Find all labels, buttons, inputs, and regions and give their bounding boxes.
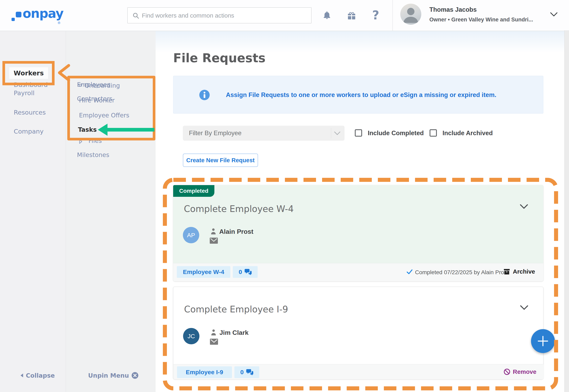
unpin-menu-label: Unpin Menu [88,372,129,379]
comment-count: 0 [239,268,242,275]
avatar: JC [183,328,199,344]
collapse-label: Collapse [26,372,55,379]
filter-placeholder: Filter By Employee [189,126,241,141]
submenu-item-milestones[interactable]: Milestones [77,149,109,161]
include-archived-checkbox[interactable] [430,129,437,137]
envelope-icon [210,339,218,345]
user-photo-placeholder [400,4,421,25]
primary-sidebar: Dashboard Workers Payroll Resources Comp… [0,31,66,392]
file-type-chip[interactable]: Employee W-4 [177,266,230,278]
plus-icon [537,335,549,347]
sidebar-item-resources[interactable]: Resources [14,106,46,118]
onboarding-annotation-box [67,76,155,140]
archive-label: Archive [513,268,535,275]
file-request-card-i9: Complete Employee I-9 JC Jim Clark Emplo… [173,287,543,379]
person-icon [210,329,217,336]
include-completed-label: Include Completed [368,129,424,137]
logo-mark-icon [16,12,21,17]
add-file-request-fab[interactable] [531,329,555,353]
workers-submenu: Employees Contractors Onboarding Hire Wo… [66,31,156,392]
chevron-down-icon[interactable] [520,204,528,209]
collapse-left-icon [20,373,23,378]
envelope-icon [210,238,218,244]
collapse-button[interactable]: Collapse [20,371,55,380]
main-content: File Requests Assign File Requests to on… [156,31,564,392]
comments-chip[interactable]: 0 [233,266,258,278]
search-icon [132,12,139,19]
remove-label: Remove [513,368,537,375]
app-header: onpay ® ? Thomas Jacobs [0,0,569,31]
main-top-gradient [156,31,564,53]
select-divider [331,128,331,138]
completion-status-text: Completed 07/22/2025 by Alain Prost [415,269,508,276]
user-role-company: Owner • Green Valley Wine and Sundri... [429,16,533,23]
chevron-down-icon[interactable] [550,12,558,16]
sidebar-item-company[interactable]: Company [14,125,43,137]
app-root: onpay ® ? Thomas Jacobs [0,0,569,392]
remove-button[interactable]: Remove [503,368,537,375]
create-new-file-request-button[interactable]: Create New File Request [183,154,258,167]
vertical-scrollbar[interactable] [564,30,569,392]
checkmark-icon [406,268,413,275]
help-icon[interactable]: ? [372,8,379,22]
info-banner: Assign File Requests to one or more work… [173,76,543,113]
card-footer: Employee I-9 0 Remove [173,364,543,379]
filter-by-employee-select[interactable]: Filter By Employee [183,126,345,141]
archive-box-icon [503,268,510,275]
chevron-down-icon [334,131,340,135]
include-completed-checkbox[interactable] [355,129,362,137]
global-search[interactable] [127,7,312,23]
logo-registered-mark: ® [58,21,60,25]
assignee-name: Jim Clark [220,329,249,336]
x-circle-icon [131,372,139,379]
info-icon [199,89,210,101]
prohibition-icon [503,368,510,375]
file-request-title: Complete Employee W-4 [184,204,294,214]
file-request-card-w4: Completed Complete Employee W-4 AP Alain… [173,185,543,281]
chat-bubbles-icon [245,268,252,276]
sidebar-item-payroll[interactable]: Payroll [14,87,35,99]
chat-bubbles-icon [246,369,253,376]
logo-mark-icon [12,18,15,21]
avatar: AP [183,227,199,243]
completed-status-badge: Completed [173,185,214,197]
search-input[interactable] [141,8,308,23]
gift-icon[interactable] [347,11,356,21]
comments-chip[interactable]: 0 [234,366,259,378]
sidebar-item-workers[interactable]: Workers [9,67,48,79]
chevron-down-icon[interactable] [520,305,528,310]
info-banner-text: Assign File Requests to one or more work… [226,76,496,114]
file-request-title: Complete Employee I-9 [184,304,288,314]
unpin-menu-button[interactable]: Unpin Menu [88,371,139,380]
user-name: Thomas Jacobs [429,6,477,13]
file-type-chip[interactable]: Employee I-9 [177,366,232,378]
comment-count: 0 [240,369,244,376]
notifications-bell-icon[interactable] [322,10,332,21]
logo-wordmark: onpay [23,6,63,21]
page-title: File Requests [173,51,265,65]
archive-button[interactable]: Archive [503,268,535,275]
header-divider [392,0,393,31]
person-icon [209,227,217,235]
card-footer: Employee W-4 0 Completed 07/22/2025 by A… [173,263,543,281]
assignee-name: Alain Prost [219,228,253,235]
user-avatar [400,4,421,25]
include-archived-label: Include Archived [443,129,493,137]
